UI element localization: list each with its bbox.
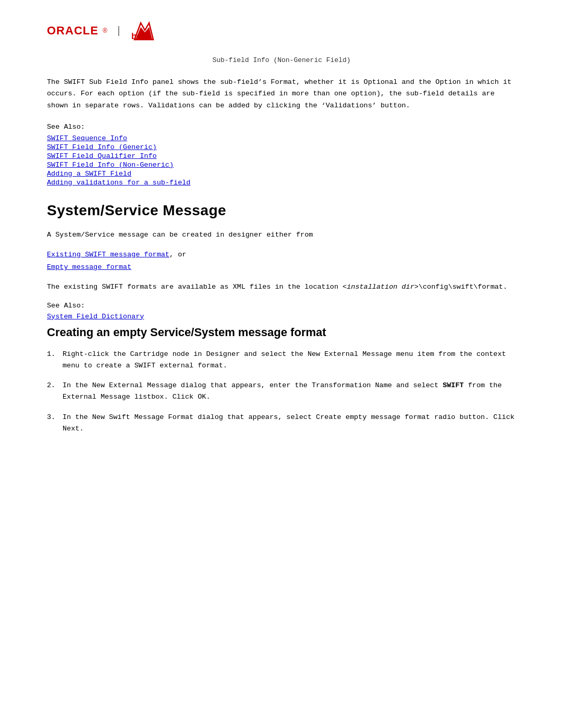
page-container: ORACLE® | bea Sub-field Info (Non-Generi…: [0, 0, 563, 728]
bea-logo-svg: bea: [130, 21, 157, 41]
swift-field-info-generic-link[interactable]: SWIFT Field Info (Generic): [47, 143, 157, 151]
link1-suffix: , or: [169, 251, 186, 258]
list-item: SWIFT Sequence Info: [47, 134, 516, 142]
body2-prefix: The existing SWIFT formats are available…: [47, 283, 342, 291]
list-item: Adding validations for a sub-field: [47, 178, 516, 187]
section1-link2-block: Empty message format: [47, 263, 516, 271]
see-also-section-2: See Also: System Field Dictionary: [47, 302, 516, 320]
list-item: SWIFT Field Qualifier Info: [47, 152, 516, 160]
oracle-bea-logo: ORACLE® | bea: [47, 21, 157, 41]
step3-num: 3.: [47, 412, 55, 423]
list-item: Adding a SWIFT Field: [47, 169, 516, 178]
steps-list: 1. Right-click the Cartridge node in Des…: [47, 349, 516, 435]
list-item: 3. In the New Swift Message Format dialo…: [47, 412, 516, 435]
step2-num: 2.: [47, 380, 55, 391]
oracle-text: ORACLE: [47, 24, 99, 38]
see-also-links-list-1: SWIFT Sequence Info SWIFT Field Info (Ge…: [47, 134, 516, 187]
logo-divider: |: [116, 25, 122, 37]
page-subtitle: Sub-field Info (Non-Generic Field): [47, 56, 516, 64]
oracle-reg-mark: ®: [103, 27, 107, 34]
step2-bold: SWIFT: [443, 381, 464, 389]
step1-text: Right-click the Cartridge node in Design…: [63, 350, 506, 369]
see-also-section-1: See Also: SWIFT Sequence Info SWIFT Fiel…: [47, 123, 516, 187]
step2-text-before: In the New External Message dialog that …: [63, 381, 443, 389]
section1-heading: System/Service Message: [47, 202, 516, 219]
body2-italic: <installation dir>: [342, 283, 419, 291]
list-item: 2. In the New External Message dialog th…: [47, 380, 516, 403]
section1-body2: The existing SWIFT formats are available…: [47, 281, 516, 293]
adding-swift-field-link[interactable]: Adding a SWIFT Field: [47, 170, 131, 178]
list-item: 1. Right-click the Cartridge node in Des…: [47, 349, 516, 372]
step1-num: 1.: [47, 349, 55, 360]
section1-link1-block: Existing SWIFT message format, or: [47, 249, 516, 261]
list-item: SWIFT Field Info (Non-Generic): [47, 161, 516, 169]
body2-suffix: \config\swift\format.: [419, 283, 507, 291]
section2-heading: Creating an empty Service/System message…: [47, 326, 516, 339]
svg-text:bea: bea: [131, 32, 146, 41]
adding-validations-link[interactable]: Adding validations for a sub-field: [47, 179, 190, 187]
header: ORACLE® | bea: [47, 16, 516, 41]
empty-message-format-link[interactable]: Empty message format: [47, 263, 131, 271]
existing-swift-message-link[interactable]: Existing SWIFT message format: [47, 251, 169, 258]
system-field-dictionary-link[interactable]: System Field Dictionary: [47, 313, 516, 320]
swift-field-info-non-generic-link[interactable]: SWIFT Field Info (Non-Generic): [47, 161, 174, 169]
intro-paragraph: The SWIFT Sub Field Info panel shows the…: [47, 77, 516, 112]
section1-intro: A System/Service message can be created …: [47, 229, 516, 241]
see-also-label-2: See Also:: [47, 302, 516, 310]
step3-text: In the New Swift Message Format dialog t…: [63, 413, 515, 433]
list-item: SWIFT Field Info (Generic): [47, 143, 516, 151]
see-also-label-1: See Also:: [47, 123, 516, 131]
swift-sequence-info-link[interactable]: SWIFT Sequence Info: [47, 134, 127, 142]
swift-field-qualifier-info-link[interactable]: SWIFT Field Qualifier Info: [47, 152, 157, 160]
